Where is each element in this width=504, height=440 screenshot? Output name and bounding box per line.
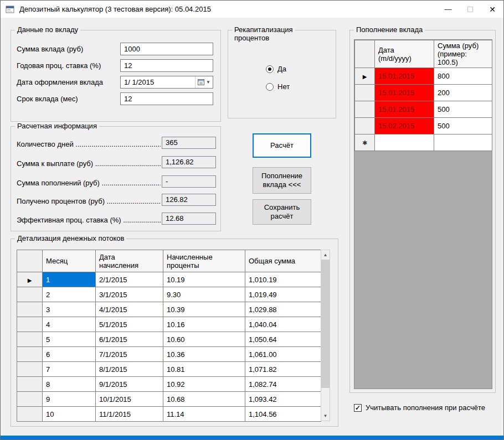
corner-header-cell[interactable] xyxy=(17,250,43,272)
minimize-button[interactable]: — xyxy=(437,1,459,18)
cell-total[interactable]: 1,061.00 xyxy=(245,347,321,362)
calculate-button[interactable]: Расчёт xyxy=(253,133,311,158)
cell-interest[interactable]: 10.60 xyxy=(163,332,245,347)
cell-month[interactable]: 4 xyxy=(43,317,96,332)
cell-date[interactable]: 8/1/2015 xyxy=(96,362,163,377)
close-button[interactable]: ✕ xyxy=(481,1,503,18)
cell-refill-amount[interactable]: 200 xyxy=(434,85,492,101)
refill-grid[interactable]: Дата (m/d/yyyy) Сумма (руб) (пример: 100… xyxy=(354,40,492,151)
cell-month[interactable]: 10 xyxy=(43,407,96,422)
cell-date[interactable]: 5/1/2015 xyxy=(96,317,163,332)
open-date-dropdown-button[interactable]: ▼ xyxy=(195,76,213,88)
cell-interest[interactable]: 10.68 xyxy=(163,392,245,407)
cell-refill-date[interactable] xyxy=(375,134,434,151)
cell-date[interactable]: 6/1/2015 xyxy=(96,332,163,347)
cell-interest[interactable]: 10.39 xyxy=(163,302,245,317)
cell-interest[interactable]: 10.19 xyxy=(163,272,245,287)
open-date-value[interactable]: 1/ 1/2015 xyxy=(121,78,195,86)
table-row[interactable]: 2 3/1/2015 9.30 1,019.49 xyxy=(17,287,321,302)
row-header[interactable]: ✱ xyxy=(355,134,375,151)
cell-month[interactable]: 8 xyxy=(43,377,96,392)
cell-month[interactable]: 2 xyxy=(43,287,96,302)
cell-interest[interactable]: 11.14 xyxy=(163,407,245,422)
cell-total[interactable]: 1,050.64 xyxy=(245,332,321,347)
cell-total[interactable]: 1,082.74 xyxy=(245,377,321,392)
row-header[interactable] xyxy=(17,302,43,317)
cell-month[interactable]: 9 xyxy=(43,392,96,407)
table-row[interactable]: ▶ 15.01.2015 800 xyxy=(355,68,492,85)
cell-refill-amount[interactable]: 500 xyxy=(434,118,492,134)
row-header[interactable] xyxy=(17,287,43,302)
row-header[interactable] xyxy=(17,362,43,377)
row-header[interactable]: ▶ xyxy=(355,68,375,85)
col-header-month[interactable]: Месяц xyxy=(43,250,96,272)
row-header[interactable] xyxy=(17,347,43,362)
cell-total[interactable]: 1,010.19 xyxy=(245,272,321,287)
term-input[interactable] xyxy=(120,92,213,105)
cell-total[interactable]: 1,040.04 xyxy=(245,317,321,332)
table-row[interactable]: 10 11/1/2015 11.14 1,104.56 xyxy=(17,407,321,422)
cell-month[interactable]: 1 xyxy=(43,272,96,287)
cell-date[interactable]: 3/1/2015 xyxy=(96,287,163,302)
row-header[interactable] xyxy=(355,101,375,118)
row-header[interactable] xyxy=(17,317,43,332)
cell-date[interactable]: 7/1/2015 xyxy=(96,347,163,362)
col-header-total-sum[interactable]: Общая сумма xyxy=(245,250,321,272)
cell-date[interactable]: 2/1/2015 xyxy=(96,272,163,287)
table-row[interactable]: 7 8/1/2015 10.81 1,071.82 xyxy=(17,362,321,377)
cell-total[interactable]: 1,104.56 xyxy=(245,407,321,422)
cell-month[interactable]: 6 xyxy=(43,347,96,362)
radio-yes-icon[interactable] xyxy=(266,65,274,73)
cell-interest[interactable]: 10.16 xyxy=(163,317,245,332)
cell-total[interactable]: 1,093.42 xyxy=(245,392,321,407)
row-header[interactable]: ▶ xyxy=(17,272,43,287)
cell-refill-amount[interactable]: 500 xyxy=(434,101,492,118)
scrollbar-thumb[interactable] xyxy=(321,260,330,388)
row-header[interactable] xyxy=(355,85,375,101)
table-row[interactable]: ▶ 1 2/1/2015 10.19 1,010.19 xyxy=(17,272,321,287)
table-row new-row[interactable]: ✱ xyxy=(355,134,492,151)
table-row[interactable]: 6 7/1/2015 10.36 1,061.00 xyxy=(17,347,321,362)
cell-month[interactable]: 3 xyxy=(43,302,96,317)
table-row[interactable]: 15.02.2015 500 xyxy=(355,118,492,134)
row-header[interactable] xyxy=(17,377,43,392)
save-calculation-button[interactable]: Сохранить расчёт xyxy=(253,199,311,225)
col-header-accrual-date[interactable]: Дата начисления xyxy=(96,250,163,272)
table-row[interactable]: 15.01.2015 200 xyxy=(355,85,492,101)
cell-refill-date[interactable]: 15.01.2015 xyxy=(375,85,434,101)
cell-refill-date[interactable]: 15.01.2015 xyxy=(375,68,434,85)
scroll-up-button[interactable]: ▲ xyxy=(321,250,330,260)
cell-refill-amount[interactable]: 800 xyxy=(434,68,492,85)
cell-month[interactable]: 7 xyxy=(43,362,96,377)
cell-total[interactable]: 1,019.49 xyxy=(245,287,321,302)
deposit-amount-input[interactable] xyxy=(120,43,213,55)
table-row[interactable]: 15.01.2015 500 xyxy=(355,101,492,118)
row-header[interactable] xyxy=(17,332,43,347)
col-header-accrued-interest[interactable]: Начисленные проценты xyxy=(163,250,245,272)
cell-date[interactable]: 9/1/2015 xyxy=(96,377,163,392)
corner-header-cell[interactable] xyxy=(355,40,375,68)
consider-refills-checkbox[interactable]: ✓ Учитывать пополнения при расчёте xyxy=(354,403,485,412)
table-row[interactable]: 8 9/1/2015 10.92 1,082.74 xyxy=(17,377,321,392)
radio-no[interactable]: Нет xyxy=(266,82,290,91)
row-header[interactable] xyxy=(17,407,43,422)
cell-refill-amount[interactable] xyxy=(434,134,492,151)
cell-interest[interactable]: 9.30 xyxy=(163,287,245,302)
radio-yes[interactable]: Да xyxy=(266,65,286,73)
open-date-picker[interactable]: 1/ 1/2015 ▼ xyxy=(120,76,213,89)
cell-date[interactable]: 4/1/2015 xyxy=(96,302,163,317)
maximize-button[interactable] xyxy=(459,1,481,18)
table-row[interactable]: 5 6/1/2015 10.60 1,050.64 xyxy=(17,332,321,347)
table-row[interactable]: 4 5/1/2015 10.16 1,040.04 xyxy=(17,317,321,332)
title-bar[interactable]: Депозитный калькулятор (3 тестовая верси… xyxy=(1,1,503,18)
row-header[interactable] xyxy=(355,118,375,134)
radio-no-icon[interactable] xyxy=(266,83,274,91)
col-header-refill-date[interactable]: Дата (m/d/yyyy) xyxy=(375,40,434,68)
cashflow-grid[interactable]: Месяц Дата начисления Начисленные процен… xyxy=(17,250,321,422)
cell-interest[interactable]: 10.92 xyxy=(163,377,245,392)
row-header[interactable] xyxy=(17,392,43,407)
scroll-down-button[interactable]: ▼ xyxy=(321,411,330,421)
refill-deposit-button[interactable]: Пополнение вклада <<< xyxy=(253,167,311,194)
cell-month[interactable]: 5 xyxy=(43,332,96,347)
checkbox-check-icon[interactable]: ✓ xyxy=(354,404,362,412)
